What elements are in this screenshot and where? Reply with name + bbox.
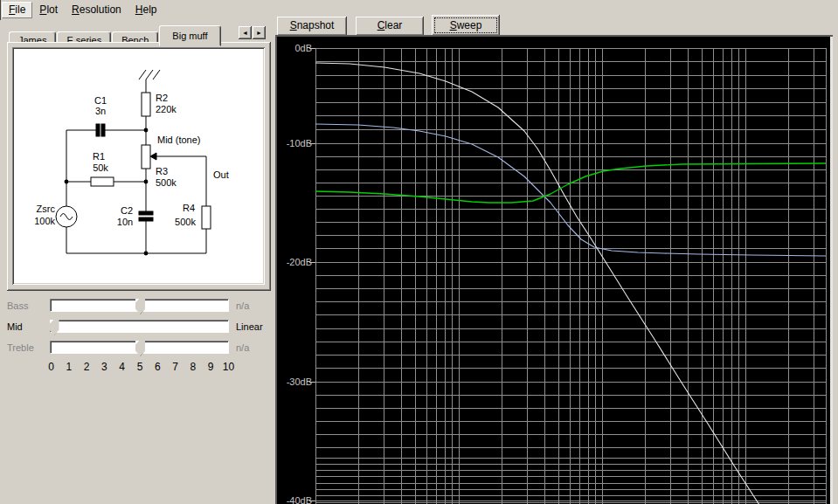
- tab-page-big-muff: C1 3n R2 220k Mid (tone) R3 500k Out R1 …: [7, 42, 271, 291]
- circuit-diagram: C1 3n R2 220k Mid (tone) R3 500k Out R1 …: [14, 49, 263, 283]
- resistor-r2: [142, 93, 150, 116]
- resistor-r1: [91, 177, 114, 186]
- r1-name: R1: [93, 151, 105, 162]
- r4-value: 500k: [175, 217, 196, 227]
- scale-number-4: 4: [113, 361, 132, 373]
- c1-name: C1: [94, 95, 107, 106]
- menu-item-resolution[interactable]: Resolution: [65, 2, 128, 18]
- resistor-r4: [202, 206, 211, 229]
- mid-tone-label: Mid (tone): [157, 135, 201, 145]
- menu-item-plot[interactable]: Plot: [32, 2, 65, 18]
- scale-number-5: 5: [130, 361, 149, 373]
- sweep-button-label: Sweep: [434, 17, 497, 33]
- r2-name: R2: [156, 93, 168, 103]
- junction-dot: [144, 128, 149, 133]
- y-axis-label: -20dB: [287, 257, 312, 267]
- bass-slider-thumb[interactable]: [135, 299, 145, 314]
- junction-dot: [144, 252, 149, 256]
- mid-slider-thumb[interactable]: [50, 320, 59, 335]
- junction-dot: [144, 180, 149, 184]
- mid-slider-row: Mid Linear: [0, 319, 271, 336]
- scale-number-6: 6: [148, 361, 167, 373]
- right-arrow-icon: ►: [256, 30, 262, 36]
- left-arrow-icon: ◄: [242, 30, 248, 36]
- slider-scale: 012345678910: [0, 361, 271, 375]
- zsrc-name: Zsrc: [37, 204, 56, 214]
- r3-value: 500k: [156, 177, 177, 188]
- c2-value: 10n: [117, 217, 133, 227]
- scale-number-2: 2: [77, 361, 96, 373]
- r2-value: 220k: [156, 104, 177, 114]
- response-curve-white: [315, 63, 759, 504]
- potentiometer-r3: [142, 145, 150, 169]
- c2-name: C2: [121, 205, 133, 216]
- r4-name: R4: [183, 203, 195, 213]
- menu-item-file[interactable]: File: [2, 2, 32, 18]
- r1-value: 50k: [93, 162, 108, 173]
- mid-value: Linear: [236, 321, 263, 332]
- tab-scroll-left-button[interactable]: ◄: [239, 26, 252, 39]
- sweep-button[interactable]: Sweep: [432, 15, 500, 36]
- tone-stack-calculator-window: { "menu": { "items": [ {"label": "File",…: [0, 0, 838, 504]
- menu-item-help[interactable]: Help: [128, 2, 164, 18]
- snapshot-button-label: Snapshot: [280, 19, 344, 32]
- y-axis-label: -10dB: [287, 138, 312, 148]
- treble-label: Treble: [7, 342, 34, 353]
- scale-number-3: 3: [94, 361, 114, 373]
- scale-number-10: 10: [219, 361, 239, 373]
- treble-slider-row: Treble n/a: [0, 340, 271, 357]
- scale-number-9: 9: [201, 361, 220, 373]
- bass-slider-track[interactable]: [50, 299, 229, 312]
- zsrc-value: 100k: [34, 216, 55, 226]
- treble-value: n/a: [236, 342, 249, 353]
- ground-icon: [139, 70, 160, 79]
- scale-number-7: 7: [166, 361, 185, 373]
- mid-slider-track[interactable]: [50, 320, 229, 333]
- wiper-arrow-icon: [150, 153, 156, 160]
- treble-slider-thumb[interactable]: [135, 341, 145, 356]
- capacitor-c2: [139, 211, 153, 215]
- bass-label: Bass: [7, 300, 28, 311]
- tab-scroll-right-button[interactable]: ►: [253, 26, 266, 39]
- tab-big-muff[interactable]: Big muff: [159, 25, 220, 46]
- scale-number-0: 0: [42, 361, 61, 373]
- scale-number-8: 8: [184, 361, 203, 373]
- mid-label: Mid: [7, 321, 23, 332]
- circuit-diagram-panel: C1 3n R2 220k Mid (tone) R3 500k Out R1 …: [12, 47, 265, 285]
- out-label: Out: [213, 169, 229, 180]
- r3-name: R3: [156, 166, 168, 176]
- plot-border-right: [830, 37, 833, 504]
- plot-canvas: 0dB-10dB-20dB-30dB-40dB: [277, 37, 830, 504]
- frequency-response-plot: 0dB-10dB-20dB-30dB-40dB: [277, 37, 830, 504]
- bass-value: n/a: [236, 300, 249, 311]
- y-axis-label: -30dB: [287, 376, 312, 387]
- treble-slider-track[interactable]: [50, 341, 229, 354]
- c1-value: 3n: [95, 106, 106, 116]
- y-axis-label: 0dB: [294, 43, 312, 53]
- snapshot-button[interactable]: Snapshot: [277, 17, 347, 36]
- capacitor-c1: [96, 124, 100, 136]
- clear-button[interactable]: Clear: [356, 17, 424, 36]
- clear-button-label: Clear: [358, 19, 421, 32]
- junction-dot: [65, 180, 69, 184]
- bass-slider-row: Bass n/a: [0, 298, 271, 315]
- y-axis-label: -40dB: [287, 495, 312, 504]
- scale-number-1: 1: [59, 361, 79, 373]
